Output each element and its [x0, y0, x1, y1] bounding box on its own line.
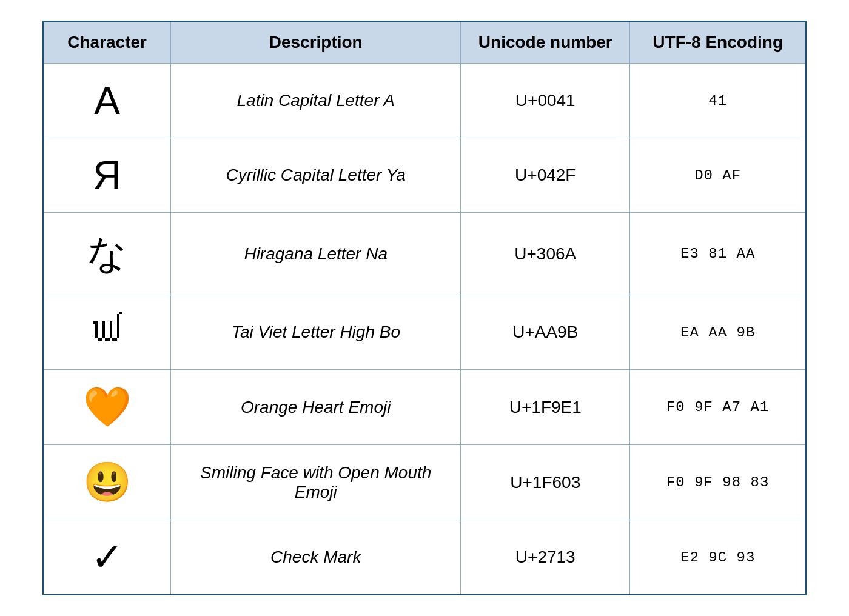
cell-utf8: 41: [630, 64, 805, 138]
table-row: ЯCyrillic Capital Letter YaU+042FD0 AF: [44, 138, 805, 213]
cell-description: Check Mark: [171, 520, 461, 595]
table-row: なHiragana Letter NaU+306AE3 81 AA: [44, 213, 805, 295]
cell-utf8: E3 81 AA: [630, 213, 805, 295]
cell-unicode: U+AA9B: [461, 295, 630, 370]
cell-character: 😃: [44, 445, 171, 520]
cell-character: ꪛ: [44, 295, 171, 370]
cell-utf8: EA AA 9B: [630, 295, 805, 370]
cell-character: 🧡: [44, 370, 171, 445]
cell-description: Orange Heart Emoji: [171, 370, 461, 445]
header-description: Description: [171, 22, 461, 64]
header-character: Character: [44, 22, 171, 64]
cell-character: ✓: [44, 520, 171, 595]
table-row: ꪛTai Viet Letter High BoU+AA9BEA AA 9B: [44, 295, 805, 370]
cell-unicode: U+1F603: [461, 445, 630, 520]
table-row: ALatin Capital Letter AU+004141: [44, 64, 805, 138]
cell-character: Я: [44, 138, 171, 213]
cell-description: Tai Viet Letter High Bo: [171, 295, 461, 370]
cell-unicode: U+1F9E1: [461, 370, 630, 445]
table-row: 🧡Orange Heart EmojiU+1F9E1F0 9F A7 A1: [44, 370, 805, 445]
cell-utf8: F0 9F 98 83: [630, 445, 805, 520]
cell-character: な: [44, 213, 171, 295]
table-row: ✓Check MarkU+2713E2 9C 93: [44, 520, 805, 595]
cell-utf8: E2 9C 93: [630, 520, 805, 595]
cell-description: Latin Capital Letter A: [171, 64, 461, 138]
table-row: 😃Smiling Face with Open Mouth EmojiU+1F6…: [44, 445, 805, 520]
cell-description: Cyrillic Capital Letter Ya: [171, 138, 461, 213]
cell-unicode: U+2713: [461, 520, 630, 595]
table-header-row: Character Description Unicode number UTF…: [44, 22, 805, 64]
cell-utf8: D0 AF: [630, 138, 805, 213]
unicode-table: Character Description Unicode number UTF…: [42, 21, 807, 595]
cell-character: A: [44, 64, 171, 138]
cell-description: Smiling Face with Open Mouth Emoji: [171, 445, 461, 520]
header-utf8: UTF-8 Encoding: [630, 22, 805, 64]
cell-description: Hiragana Letter Na: [171, 213, 461, 295]
header-unicode: Unicode number: [461, 22, 630, 64]
cell-unicode: U+042F: [461, 138, 630, 213]
cell-utf8: F0 9F A7 A1: [630, 370, 805, 445]
cell-unicode: U+306A: [461, 213, 630, 295]
cell-unicode: U+0041: [461, 64, 630, 138]
